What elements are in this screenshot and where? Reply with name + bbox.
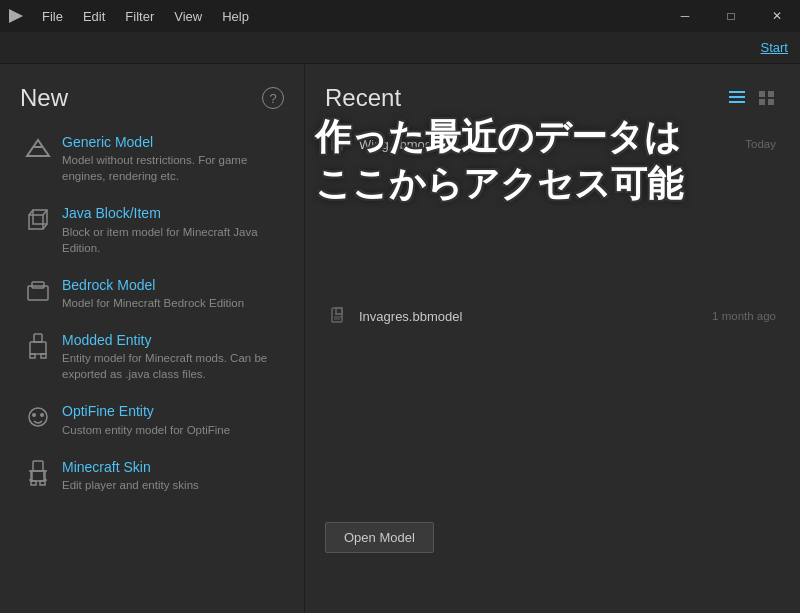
minecraft-skin-desc: Edit player and entity skins xyxy=(62,477,199,493)
titlebar: File Edit Filter View Help ─ □ ✕ xyxy=(0,0,800,32)
svg-point-16 xyxy=(40,413,44,417)
new-item-java-block[interactable]: Java Block/Item Block or item model for … xyxy=(20,201,284,258)
recent-item-0-name: Wing.bbmodel xyxy=(359,137,735,152)
start-area: Start xyxy=(0,32,800,64)
minimize-button[interactable]: ─ xyxy=(662,0,708,32)
optifine-entity-name: OptiFine Entity xyxy=(62,402,230,420)
svg-rect-30 xyxy=(332,136,342,150)
svg-rect-18 xyxy=(31,471,45,481)
new-item-generic-model[interactable]: Generic Model Model without restrictions… xyxy=(20,130,284,187)
svg-rect-2 xyxy=(34,146,42,148)
minecraft-skin-name: Minecraft Skin xyxy=(62,458,199,476)
maximize-button[interactable]: □ xyxy=(708,0,754,32)
start-button[interactable]: Start xyxy=(761,40,788,55)
svg-rect-12 xyxy=(30,354,35,358)
recent-header: Recent xyxy=(325,84,780,112)
new-header: New ? xyxy=(20,84,284,112)
svg-rect-20 xyxy=(40,481,45,485)
svg-rect-36 xyxy=(336,308,342,314)
java-block-icon xyxy=(24,205,52,233)
generic-model-text: Generic Model Model without restrictions… xyxy=(62,133,280,184)
menu-file[interactable]: File xyxy=(32,0,73,32)
recent-item-1-time: 1 month ago xyxy=(712,310,776,322)
svg-rect-26 xyxy=(759,91,765,97)
new-item-minecraft-skin[interactable]: Minecraft Skin Edit player and entity sk… xyxy=(20,455,284,496)
svg-rect-24 xyxy=(729,96,745,98)
svg-rect-13 xyxy=(41,354,46,358)
new-item-modded-entity[interactable]: Modded Entity Entity model for Minecraft… xyxy=(20,328,284,385)
optifine-entity-desc: Custom entity model for OptiFine xyxy=(62,422,230,438)
recent-item-1-icon xyxy=(329,306,349,326)
java-block-name: Java Block/Item xyxy=(62,204,280,222)
bedrock-model-icon xyxy=(24,277,52,305)
open-model-button[interactable]: Open Model xyxy=(325,522,434,553)
svg-rect-27 xyxy=(768,91,774,97)
menu-view[interactable]: View xyxy=(164,0,212,32)
list-view-button[interactable] xyxy=(724,87,750,109)
modded-entity-text: Modded Entity Entity model for Minecraft… xyxy=(62,331,280,382)
new-item-bedrock-model[interactable]: Bedrock Model Model for Minecraft Bedroc… xyxy=(20,273,284,314)
svg-marker-0 xyxy=(9,9,23,23)
java-block-text: Java Block/Item Block or item model for … xyxy=(62,204,280,255)
svg-rect-31 xyxy=(336,136,342,142)
window-controls: ─ □ ✕ xyxy=(662,0,800,32)
svg-rect-29 xyxy=(768,99,774,105)
svg-point-15 xyxy=(32,413,36,417)
generic-model-name: Generic Model xyxy=(62,133,280,151)
bedrock-model-text: Bedrock Model Model for Minecraft Bedroc… xyxy=(62,276,244,311)
menu-filter[interactable]: Filter xyxy=(115,0,164,32)
menu-help[interactable]: Help xyxy=(212,0,259,32)
java-block-desc: Block or item model for Minecraft Java E… xyxy=(62,224,280,256)
menu-bar: File Edit Filter View Help xyxy=(32,0,259,32)
main-content: New ? Generic Model Model without restri… xyxy=(0,64,800,613)
minecraft-skin-icon xyxy=(24,459,52,487)
bedrock-model-name: Bedrock Model xyxy=(62,276,244,294)
app-icon xyxy=(0,0,32,32)
recent-item-1-name: Invagres.bbmodel xyxy=(359,309,702,324)
svg-rect-9 xyxy=(32,282,44,288)
close-button[interactable]: ✕ xyxy=(754,0,800,32)
left-panel: New ? Generic Model Model without restri… xyxy=(0,64,305,613)
svg-rect-11 xyxy=(30,342,46,354)
svg-rect-28 xyxy=(759,99,765,105)
svg-rect-25 xyxy=(729,101,745,103)
optifine-entity-icon xyxy=(24,403,52,431)
recent-item-0[interactable]: Wing.bbmodel Today xyxy=(325,128,780,160)
recent-item-0-icon xyxy=(329,134,349,154)
overlay-line2: ここからアクセス可能 xyxy=(315,161,790,208)
bedrock-model-desc: Model for Minecraft Bedrock Edition xyxy=(62,295,244,311)
svg-rect-17 xyxy=(33,461,43,471)
optifine-entity-text: OptiFine Entity Custom entity model for … xyxy=(62,402,230,437)
grid-view-button[interactable] xyxy=(754,87,780,109)
svg-rect-19 xyxy=(31,481,36,485)
recent-item-1[interactable]: Invagres.bbmodel 1 month ago xyxy=(325,300,780,332)
svg-rect-35 xyxy=(332,308,342,322)
svg-rect-10 xyxy=(34,334,42,342)
recent-item-0-time: Today xyxy=(745,138,776,150)
modded-entity-icon xyxy=(24,332,52,360)
svg-rect-3 xyxy=(29,215,43,229)
new-title: New xyxy=(20,84,68,112)
recent-title: Recent xyxy=(325,84,401,112)
menu-edit[interactable]: Edit xyxy=(73,0,115,32)
modded-entity-name: Modded Entity xyxy=(62,331,280,349)
modded-entity-desc: Entity model for Minecraft mods. Can be … xyxy=(62,350,280,382)
svg-rect-23 xyxy=(729,91,745,93)
generic-model-desc: Model without restrictions. For game eng… xyxy=(62,152,280,184)
view-controls xyxy=(724,87,780,109)
minecraft-skin-text: Minecraft Skin Edit player and entity sk… xyxy=(62,458,199,493)
right-panel: Recent xyxy=(305,64,800,613)
generic-model-icon xyxy=(24,134,52,162)
help-icon[interactable]: ? xyxy=(262,87,284,109)
new-item-optifine-entity[interactable]: OptiFine Entity Custom entity model for … xyxy=(20,399,284,440)
